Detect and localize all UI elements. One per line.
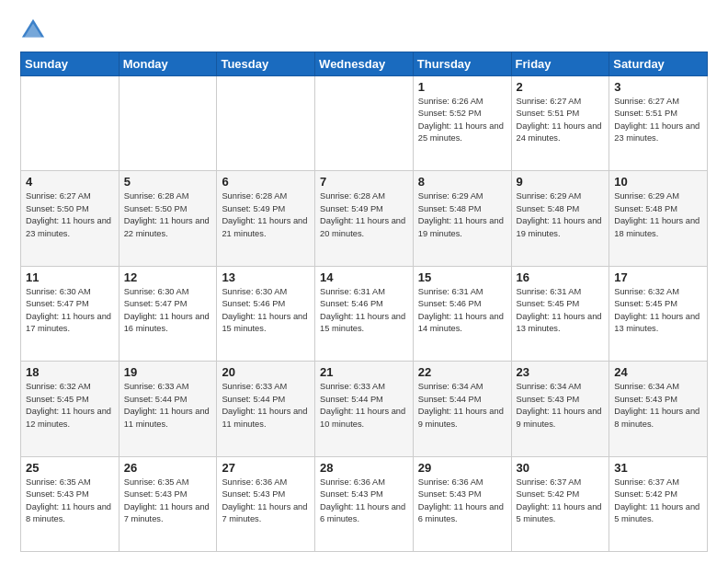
day-info: Sunrise: 6:31 AMSunset: 5:45 PMDaylight:…: [517, 286, 605, 336]
day-number: 22: [418, 365, 506, 379]
day-number: 21: [320, 365, 408, 379]
day-number: 20: [222, 365, 310, 379]
day-number: 27: [222, 461, 310, 475]
calendar-table: SundayMondayTuesdayWednesdayThursdayFrid…: [20, 52, 708, 552]
day-cell: 15Sunrise: 6:31 AMSunset: 5:46 PMDayligh…: [413, 266, 511, 361]
day-number: 15: [418, 270, 506, 284]
day-cell: 5Sunrise: 6:28 AMSunset: 5:50 PMDaylight…: [119, 171, 217, 266]
day-number: 17: [614, 270, 702, 284]
day-info: Sunrise: 6:34 AMSunset: 5:43 PMDaylight:…: [614, 381, 702, 431]
weekday-sunday: Sunday: [21, 52, 119, 76]
day-info: Sunrise: 6:37 AMSunset: 5:42 PMDaylight:…: [517, 477, 605, 526]
day-number: 3: [614, 80, 702, 94]
day-number: 14: [320, 270, 408, 284]
weekday-header-row: SundayMondayTuesdayWednesdayThursdayFrid…: [21, 52, 708, 76]
day-number: 29: [418, 461, 506, 475]
day-cell: 17Sunrise: 6:32 AMSunset: 5:45 PMDayligh…: [609, 266, 708, 361]
day-cell: 16Sunrise: 6:31 AMSunset: 5:45 PMDayligh…: [511, 266, 609, 361]
day-cell: 6Sunrise: 6:28 AMSunset: 5:49 PMDaylight…: [217, 171, 315, 266]
day-cell: 4Sunrise: 6:27 AMSunset: 5:50 PMDaylight…: [21, 171, 119, 266]
day-cell: 9Sunrise: 6:29 AMSunset: 5:48 PMDaylight…: [511, 171, 609, 266]
weekday-saturday: Saturday: [609, 52, 708, 76]
day-number: 5: [124, 175, 212, 189]
day-cell: 7Sunrise: 6:28 AMSunset: 5:49 PMDaylight…: [315, 171, 414, 266]
day-info: Sunrise: 6:37 AMSunset: 5:42 PMDaylight:…: [614, 477, 702, 526]
day-info: Sunrise: 6:34 AMSunset: 5:44 PMDaylight:…: [418, 381, 506, 431]
week-row-4: 18Sunrise: 6:32 AMSunset: 5:45 PMDayligh…: [21, 362, 708, 456]
day-number: 19: [124, 365, 212, 379]
day-number: 10: [614, 175, 702, 189]
weekday-wednesday: Wednesday: [315, 52, 414, 76]
day-cell: 3Sunrise: 6:27 AMSunset: 5:51 PMDaylight…: [609, 76, 708, 171]
day-number: 28: [320, 461, 408, 475]
day-cell: 13Sunrise: 6:30 AMSunset: 5:46 PMDayligh…: [217, 266, 315, 361]
day-info: Sunrise: 6:28 AMSunset: 5:50 PMDaylight:…: [124, 190, 212, 240]
day-info: Sunrise: 6:31 AMSunset: 5:46 PMDaylight:…: [418, 286, 506, 336]
day-info: Sunrise: 6:32 AMSunset: 5:45 PMDaylight:…: [614, 286, 702, 336]
weekday-thursday: Thursday: [413, 52, 511, 76]
day-info: Sunrise: 6:29 AMSunset: 5:48 PMDaylight:…: [517, 190, 605, 240]
day-cell: 8Sunrise: 6:29 AMSunset: 5:48 PMDaylight…: [413, 171, 511, 266]
day-info: Sunrise: 6:33 AMSunset: 5:44 PMDaylight:…: [222, 381, 310, 431]
day-cell: 24Sunrise: 6:34 AMSunset: 5:43 PMDayligh…: [609, 362, 708, 456]
day-cell: 27Sunrise: 6:36 AMSunset: 5:43 PMDayligh…: [217, 456, 315, 551]
day-cell: 31Sunrise: 6:37 AMSunset: 5:42 PMDayligh…: [609, 456, 708, 551]
day-number: 13: [222, 270, 310, 284]
day-number: 12: [124, 270, 212, 284]
day-info: Sunrise: 6:31 AMSunset: 5:46 PMDaylight:…: [320, 286, 408, 336]
day-info: Sunrise: 6:26 AMSunset: 5:52 PMDaylight:…: [418, 96, 506, 145]
day-number: 8: [418, 175, 506, 189]
day-number: 11: [26, 270, 114, 284]
day-info: Sunrise: 6:30 AMSunset: 5:47 PMDaylight:…: [26, 286, 114, 336]
week-row-2: 4Sunrise: 6:27 AMSunset: 5:50 PMDaylight…: [21, 171, 708, 266]
day-cell: 2Sunrise: 6:27 AMSunset: 5:51 PMDaylight…: [511, 76, 609, 171]
day-number: 18: [26, 365, 114, 379]
day-number: 1: [418, 80, 506, 94]
day-info: Sunrise: 6:28 AMSunset: 5:49 PMDaylight:…: [320, 190, 408, 240]
day-cell: 25Sunrise: 6:35 AMSunset: 5:43 PMDayligh…: [21, 456, 119, 551]
day-number: 25: [26, 461, 114, 475]
day-cell: 22Sunrise: 6:34 AMSunset: 5:44 PMDayligh…: [413, 362, 511, 456]
day-cell: [315, 76, 414, 171]
day-cell: 12Sunrise: 6:30 AMSunset: 5:47 PMDayligh…: [119, 266, 217, 361]
logo-icon: [20, 17, 46, 42]
day-info: Sunrise: 6:35 AMSunset: 5:43 PMDaylight:…: [124, 477, 212, 526]
day-cell: 23Sunrise: 6:34 AMSunset: 5:43 PMDayligh…: [511, 362, 609, 456]
day-info: Sunrise: 6:27 AMSunset: 5:51 PMDaylight:…: [517, 96, 605, 145]
day-number: 16: [517, 270, 605, 284]
day-number: 23: [517, 365, 605, 379]
day-number: 30: [517, 461, 605, 475]
day-cell: [119, 76, 217, 171]
day-cell: 30Sunrise: 6:37 AMSunset: 5:42 PMDayligh…: [511, 456, 609, 551]
day-info: Sunrise: 6:35 AMSunset: 5:43 PMDaylight:…: [26, 477, 114, 526]
day-cell: 28Sunrise: 6:36 AMSunset: 5:43 PMDayligh…: [315, 456, 414, 551]
week-row-1: 1Sunrise: 6:26 AMSunset: 5:52 PMDaylight…: [21, 76, 708, 171]
day-info: Sunrise: 6:36 AMSunset: 5:43 PMDaylight:…: [320, 477, 408, 526]
day-cell: 20Sunrise: 6:33 AMSunset: 5:44 PMDayligh…: [217, 362, 315, 456]
page: SundayMondayTuesdayWednesdayThursdayFrid…: [0, 0, 728, 563]
day-info: Sunrise: 6:27 AMSunset: 5:51 PMDaylight:…: [614, 96, 702, 145]
day-info: Sunrise: 6:36 AMSunset: 5:43 PMDaylight:…: [222, 477, 310, 526]
day-number: 26: [124, 461, 212, 475]
day-cell: 11Sunrise: 6:30 AMSunset: 5:47 PMDayligh…: [21, 266, 119, 361]
day-cell: 21Sunrise: 6:33 AMSunset: 5:44 PMDayligh…: [315, 362, 414, 456]
weekday-friday: Friday: [511, 52, 609, 76]
day-cell: 14Sunrise: 6:31 AMSunset: 5:46 PMDayligh…: [315, 266, 414, 361]
day-cell: 29Sunrise: 6:36 AMSunset: 5:43 PMDayligh…: [413, 456, 511, 551]
day-info: Sunrise: 6:33 AMSunset: 5:44 PMDaylight:…: [124, 381, 212, 431]
day-number: 7: [320, 175, 408, 189]
day-number: 24: [614, 365, 702, 379]
day-info: Sunrise: 6:27 AMSunset: 5:50 PMDaylight:…: [26, 190, 114, 240]
day-number: 9: [517, 175, 605, 189]
day-info: Sunrise: 6:36 AMSunset: 5:43 PMDaylight:…: [418, 477, 506, 526]
weekday-tuesday: Tuesday: [217, 52, 315, 76]
day-info: Sunrise: 6:28 AMSunset: 5:49 PMDaylight:…: [222, 190, 310, 240]
day-number: 31: [614, 461, 702, 475]
day-info: Sunrise: 6:32 AMSunset: 5:45 PMDaylight:…: [26, 381, 114, 431]
day-info: Sunrise: 6:30 AMSunset: 5:47 PMDaylight:…: [124, 286, 212, 336]
logo: [20, 17, 50, 42]
day-cell: 1Sunrise: 6:26 AMSunset: 5:52 PMDaylight…: [413, 76, 511, 171]
week-row-3: 11Sunrise: 6:30 AMSunset: 5:47 PMDayligh…: [21, 266, 708, 361]
header: [20, 17, 708, 42]
weekday-monday: Monday: [119, 52, 217, 76]
